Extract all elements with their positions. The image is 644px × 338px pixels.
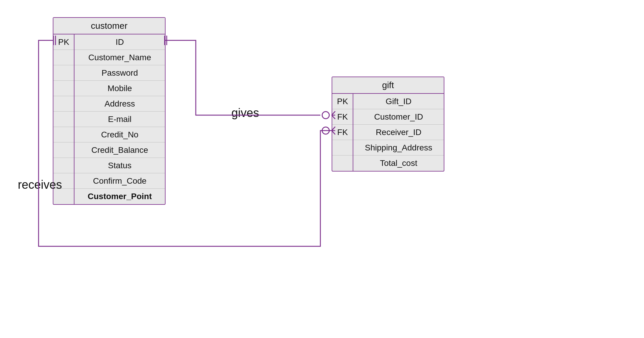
customer-field-status: Status bbox=[74, 158, 165, 173]
gift-field-totalcost: Total_cost bbox=[353, 155, 444, 171]
customer-key-4 bbox=[53, 81, 74, 96]
customer-key-3 bbox=[53, 65, 74, 81]
svg-point-2 bbox=[322, 112, 329, 119]
customer-field-confirmcode: Confirm_Code bbox=[74, 173, 165, 189]
gift-table: gift PK FK FK Gift_ID Customer_ID Receiv… bbox=[332, 77, 444, 172]
gift-field-shipping: Shipping_Address bbox=[353, 140, 444, 155]
customer-table: customer PK ID Customer_Name Password Mo… bbox=[53, 17, 166, 205]
customer-field-address: Address bbox=[74, 96, 165, 112]
receives-label: receives bbox=[18, 178, 62, 191]
customer-field-customerpoint: Customer_Point bbox=[74, 189, 165, 204]
gift-key-pk: PK bbox=[332, 94, 353, 109]
gift-keys-col: PK FK FK bbox=[332, 94, 353, 171]
gives-label: gives bbox=[231, 106, 259, 120]
gift-field-receiverid: Receiver_ID bbox=[353, 125, 444, 140]
customer-table-title: customer bbox=[53, 18, 165, 34]
customer-field-id: ID bbox=[74, 34, 165, 50]
gift-key-5 bbox=[332, 155, 353, 171]
customer-key-8 bbox=[53, 142, 74, 158]
gift-field-id: Gift_ID bbox=[353, 94, 444, 109]
gift-key-fk2: FK bbox=[332, 125, 353, 140]
gift-fields-col: Gift_ID Customer_ID Receiver_ID Shipping… bbox=[353, 94, 444, 171]
customer-field-creditbalance: Credit_Balance bbox=[74, 142, 165, 158]
customer-field-name: Customer_Name bbox=[74, 50, 165, 65]
customer-key-6 bbox=[53, 112, 74, 127]
customer-field-creditno: Credit_No bbox=[74, 127, 165, 142]
customer-key-pk: PK bbox=[53, 34, 74, 50]
customer-field-mobile: Mobile bbox=[74, 81, 165, 96]
customer-key-5 bbox=[53, 96, 74, 112]
svg-point-8 bbox=[322, 127, 329, 134]
customer-key-2 bbox=[53, 50, 74, 65]
gift-table-title: gift bbox=[332, 77, 444, 94]
diagram-container: customer PK ID Customer_Name Password Mo… bbox=[0, 0, 644, 338]
gift-key-4 bbox=[332, 140, 353, 155]
customer-field-password: Password bbox=[74, 65, 165, 81]
customer-field-email: E-mail bbox=[74, 112, 165, 127]
gift-field-customerid: Customer_ID bbox=[353, 109, 444, 125]
customer-fields-col: ID Customer_Name Password Mobile Address… bbox=[74, 34, 165, 204]
customer-key-7 bbox=[53, 127, 74, 142]
gift-key-fk1: FK bbox=[332, 109, 353, 125]
customer-key-9 bbox=[53, 158, 74, 173]
